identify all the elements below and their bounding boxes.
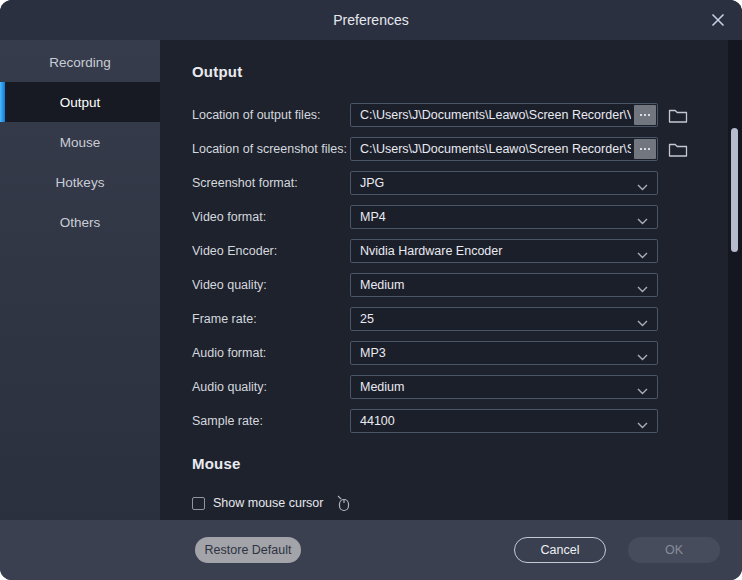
field-value: C:\Users\J\Documents\Leawo\Screen Record… (360, 142, 631, 156)
video-format-dropdown[interactable]: MP4 (350, 205, 658, 229)
show-mouse-cursor-checkbox[interactable] (192, 497, 205, 510)
field-label: Location of output files: (192, 108, 350, 122)
window-title: Preferences (333, 12, 408, 28)
field-label: Audio format: (192, 346, 350, 360)
sidebar-item-label: Recording (49, 55, 111, 70)
cancel-button[interactable]: Cancel (514, 537, 606, 563)
sidebar: Recording Output Mouse Hotkeys Others (0, 40, 160, 520)
sidebar-item-recording[interactable]: Recording (0, 42, 160, 82)
audio-quality-row: Audio quality: Medium (192, 375, 742, 399)
sidebar-item-label: Mouse (60, 135, 101, 150)
sidebar-item-output[interactable]: Output (0, 82, 160, 122)
sample-rate-row: Sample rate: 44100 (192, 409, 742, 433)
video-quality-row: Video quality: Medium (192, 273, 742, 297)
chevron-down-icon (637, 316, 648, 330)
video-encoder-dropdown[interactable]: Nvidia Hardware Encoder (350, 239, 658, 263)
output-location-field[interactable]: C:\Users\J\Documents\Leawo\Screen Record… (350, 103, 658, 127)
close-icon[interactable] (708, 10, 728, 30)
sidebar-item-label: Others (60, 215, 101, 230)
sidebar-item-hotkeys[interactable]: Hotkeys (0, 162, 160, 202)
mouse-icon (335, 494, 351, 512)
scrollbar-track[interactable] (728, 40, 742, 520)
video-encoder-row: Video Encoder: Nvidia Hardware Encoder (192, 239, 742, 263)
settings-panel: Output Location of output files: C:\User… (160, 40, 742, 520)
field-label: Video Encoder: (192, 244, 350, 258)
audio-format-dropdown[interactable]: MP3 (350, 341, 658, 365)
screenshot-location-row: Location of screenshot files: C:\Users\J… (192, 137, 742, 161)
field-label: Screenshot format: (192, 176, 350, 190)
dialog-body: Recording Output Mouse Hotkeys Others Ou… (0, 40, 742, 520)
folder-icon[interactable] (668, 141, 688, 158)
folder-icon[interactable] (668, 107, 688, 124)
chevron-down-icon (637, 180, 648, 194)
sidebar-item-others[interactable]: Others (0, 202, 160, 242)
output-rows: Location of output files: C:\Users\J\Doc… (192, 103, 742, 433)
output-section-title: Output (192, 64, 742, 80)
video-quality-dropdown[interactable]: Medium (350, 273, 658, 297)
field-label: Location of screenshot files: (192, 142, 350, 156)
titlebar: Preferences (0, 0, 742, 40)
checkbox-label: Show mouse cursor (213, 496, 323, 510)
dropdown-value: 44100 (360, 414, 395, 428)
dropdown-value: MP4 (360, 210, 386, 224)
dropdown-value: 25 (360, 312, 374, 326)
dialog-footer: Restore Default Cancel OK (0, 520, 742, 580)
audio-format-row: Audio format: MP3 (192, 341, 742, 365)
video-format-row: Video format: MP4 (192, 205, 742, 229)
field-value: C:\Users\J\Documents\Leawo\Screen Record… (360, 108, 631, 122)
dropdown-value: MP3 (360, 346, 386, 360)
chevron-down-icon (637, 282, 648, 296)
frame-rate-dropdown[interactable]: 25 (350, 307, 658, 331)
screenshot-format-row: Screenshot format: JPG (192, 171, 742, 195)
dropdown-value: Medium (360, 278, 404, 292)
frame-rate-row: Frame rate: 25 (192, 307, 742, 331)
dropdown-value: Nvidia Hardware Encoder (360, 244, 502, 258)
restore-default-button[interactable]: Restore Default (195, 537, 301, 563)
scrollbar-thumb[interactable] (731, 128, 738, 252)
chevron-down-icon (637, 418, 648, 432)
screenshot-format-dropdown[interactable]: JPG (350, 171, 658, 195)
sidebar-item-label: Hotkeys (56, 175, 105, 190)
mouse-section-title: Mouse (192, 456, 742, 472)
field-label: Video format: (192, 210, 350, 224)
field-label: Frame rate: (192, 312, 350, 326)
chevron-down-icon (637, 248, 648, 262)
output-location-row: Location of output files: C:\Users\J\Doc… (192, 103, 742, 127)
sidebar-item-label: Output (60, 95, 101, 110)
sample-rate-dropdown[interactable]: 44100 (350, 409, 658, 433)
chevron-down-icon (637, 384, 648, 398)
dropdown-value: JPG (360, 176, 384, 190)
show-mouse-cursor-row: Show mouse cursor (192, 493, 742, 513)
screenshot-location-field[interactable]: C:\Users\J\Documents\Leawo\Screen Record… (350, 137, 658, 161)
chevron-down-icon (637, 214, 648, 228)
selected-accent-bar (0, 82, 5, 122)
field-label: Video quality: (192, 278, 350, 292)
sidebar-item-mouse[interactable]: Mouse (0, 122, 160, 162)
preferences-window: Preferences Recording Output Mouse Hotke… (0, 0, 742, 580)
ellipsis-icon[interactable] (634, 105, 656, 125)
ellipsis-icon[interactable] (634, 139, 656, 159)
field-label: Audio quality: (192, 380, 350, 394)
ok-button[interactable]: OK (628, 537, 720, 563)
footer-action-buttons: Cancel OK (514, 537, 720, 563)
field-label: Sample rate: (192, 414, 350, 428)
chevron-down-icon (637, 350, 648, 364)
audio-quality-dropdown[interactable]: Medium (350, 375, 658, 399)
dropdown-value: Medium (360, 380, 404, 394)
